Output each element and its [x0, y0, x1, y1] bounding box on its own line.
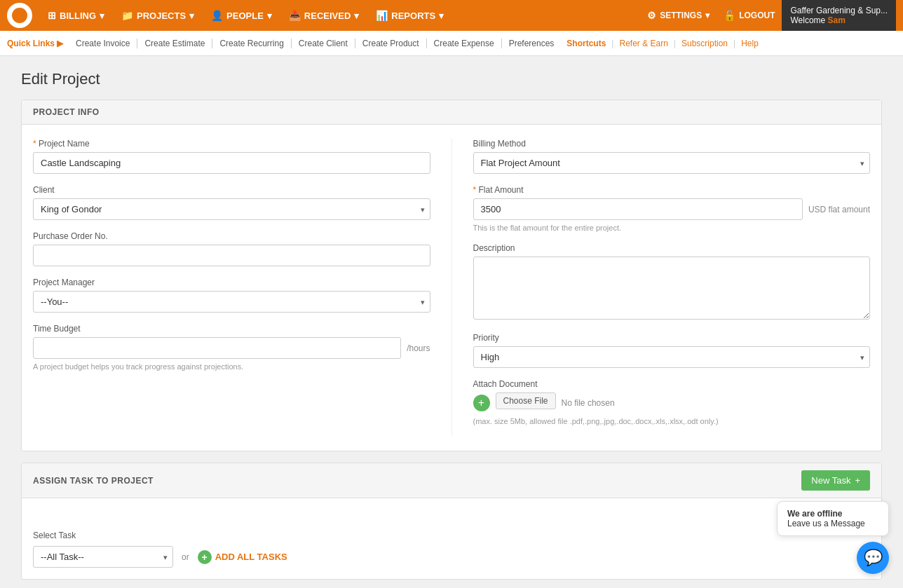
project-info-body: * Project Name Client King of Gondor ▾ P…	[22, 125, 881, 451]
assign-task-header: ASSIGN TASK TO PROJECT New Task +	[22, 463, 881, 498]
add-all-tasks-label: ADD ALL TASKS	[215, 552, 287, 562]
nav-settings-label: SETTINGS	[660, 11, 702, 20]
quick-links-bar: Quick Links ▶ Create Invoice Create Esti…	[0, 31, 903, 56]
priority-group: Priority High Medium Low ▾	[473, 333, 871, 368]
purchase-order-group: Purchase Order No.	[33, 231, 430, 266]
project-manager-label: Project Manager	[33, 278, 430, 287]
flat-amount-input[interactable]	[473, 198, 803, 220]
select-task-select[interactable]: --All Task--	[33, 546, 173, 568]
welcome-text: Welcome Sam	[790, 15, 888, 25]
ql-subscription[interactable]: Subscription	[676, 39, 733, 48]
project-name-label: * Project Name	[33, 139, 430, 149]
chat-widget: We are offline Leave us a Message 💬	[777, 501, 889, 574]
task-select-row: --All Task-- ▾ or + ADD ALL TASKS	[33, 546, 870, 568]
add-all-icon: +	[198, 550, 212, 564]
logout-icon: 🔓	[724, 10, 735, 21]
client-select[interactable]: King of Gondor	[33, 198, 430, 220]
priority-select-wrapper: High Medium Low ▾	[473, 346, 871, 368]
select-task-wrapper: --All Task-- ▾	[33, 546, 173, 568]
billing-method-select-wrapper: Flat Project Amount Hourly Per Item ▾	[473, 152, 871, 174]
flat-amount-group: * Flat Amount USD flat amount This is th…	[473, 185, 871, 232]
project-manager-select[interactable]: --You--	[33, 291, 430, 313]
choose-file-button[interactable]: Choose File	[496, 392, 556, 409]
ql-create-client[interactable]: Create Client	[292, 39, 355, 48]
ql-create-invoice[interactable]: Create Invoice	[69, 39, 137, 48]
nav-received[interactable]: 📥 RECEIVED ▾	[282, 0, 366, 31]
received-dropdown-icon: ▾	[354, 11, 359, 21]
add-document-button[interactable]: +	[473, 395, 490, 411]
company-name: Gaffer Gardening & Sup...	[790, 6, 888, 15]
main-content: Edit Project PROJECT INFO * Project Name…	[0, 56, 903, 588]
nav-billing[interactable]: ⊞ BILLING ▾	[41, 0, 111, 31]
project-manager-select-wrapper: --You-- ▾	[33, 291, 430, 313]
client-group: Client King of Gondor ▾	[33, 185, 430, 220]
top-nav: ⊞ BILLING ▾ 📁 PROJECTS ▾ 👤 PEOPLE ▾ 📥 RE…	[0, 0, 903, 31]
flat-amount-suffix: USD flat amount	[808, 205, 870, 214]
chat-bubble: We are offline Leave us a Message	[777, 501, 889, 536]
nav-right: ⚙ SETTINGS ▾ 🔓 LOGOUT Gaffer Gardening &…	[640, 0, 896, 31]
nav-settings[interactable]: ⚙ SETTINGS ▾	[640, 0, 717, 31]
billing-method-select[interactable]: Flat Project Amount Hourly Per Item	[473, 152, 871, 174]
nav-logout-label: LOGOUT	[739, 11, 775, 20]
select-task-label: Select Task --All Task-- ▾ or + ADD ALL …	[33, 531, 870, 568]
nav-projects-label: PROJECTS	[137, 11, 186, 21]
time-budget-label: Time Budget	[33, 324, 430, 334]
hours-suffix: /hours	[407, 343, 430, 353]
form-right: Billing Method Flat Project Amount Hourl…	[452, 139, 871, 437]
description-textarea[interactable]	[473, 257, 871, 320]
description-group: Description	[473, 243, 871, 322]
form-left: * Project Name Client King of Gondor ▾ P…	[33, 139, 452, 437]
assign-task-body: Select Task --All Task-- ▾ or + ADD ALL …	[22, 498, 881, 579]
nav-people[interactable]: 👤 PEOPLE ▾	[204, 0, 279, 31]
settings-icon: ⚙	[647, 10, 656, 21]
client-label: Client	[33, 185, 430, 195]
add-all-tasks-link[interactable]: + ADD ALL TASKS	[198, 550, 287, 564]
purchase-order-label: Purchase Order No.	[33, 231, 430, 241]
ql-create-product[interactable]: Create Product	[355, 39, 427, 48]
quick-links-arrow-icon: ▶	[57, 39, 63, 48]
ql-shortcuts[interactable]: Shortcuts	[561, 39, 611, 48]
flat-amount-label: * Flat Amount	[473, 185, 871, 195]
nav-people-label: PEOPLE	[226, 11, 264, 21]
people-icon: 👤	[211, 10, 223, 21]
ql-create-recurring[interactable]: Create Recurring	[212, 39, 291, 48]
assign-task-title: ASSIGN TASK TO PROJECT	[33, 476, 154, 486]
ql-refer[interactable]: Refer & Earn	[613, 39, 673, 48]
client-select-wrapper: King of Gondor ▾	[33, 198, 430, 220]
project-manager-group: Project Manager --You-- ▾	[33, 278, 430, 313]
ql-preferences[interactable]: Preferences	[502, 39, 562, 48]
nav-logout[interactable]: 🔓 LOGOUT	[717, 0, 782, 31]
username: Sam	[828, 15, 846, 25]
new-task-label: New Task	[811, 475, 850, 486]
nav-reports-label: REPORTS	[391, 11, 435, 21]
priority-select[interactable]: High Medium Low	[473, 346, 871, 368]
time-budget-input[interactable]	[33, 337, 401, 359]
no-file-text: No file chosen	[562, 398, 615, 408]
flat-amount-hint: This is the flat amount for the entire p…	[473, 224, 871, 232]
projects-icon: 📁	[121, 10, 133, 21]
time-budget-input-wrap: /hours	[33, 337, 430, 359]
settings-dropdown-icon: ▾	[705, 11, 710, 20]
nav-received-label: RECEIVED	[304, 11, 351, 21]
ql-create-estimate[interactable]: Create Estimate	[137, 39, 212, 48]
new-task-button[interactable]: New Task +	[801, 470, 870, 491]
projects-dropdown-icon: ▾	[189, 11, 194, 21]
chat-icon: 💬	[864, 549, 883, 567]
description-label: Description	[473, 243, 871, 253]
nav-projects[interactable]: 📁 PROJECTS ▾	[114, 0, 201, 31]
purchase-order-input[interactable]	[33, 245, 430, 266]
ql-help[interactable]: Help	[735, 39, 764, 48]
chat-message: Leave us a Message	[787, 519, 878, 528]
nav-reports[interactable]: 📊 REPORTS ▾	[369, 0, 451, 31]
ql-create-expense[interactable]: Create Expense	[427, 39, 502, 48]
priority-label: Priority	[473, 333, 871, 343]
project-info-panel: PROJECT INFO * Project Name Client King …	[21, 100, 882, 451]
nav-billing-label: BILLING	[60, 11, 96, 21]
attach-document-label: Attach Document	[473, 379, 871, 389]
billing-icon: ⊞	[48, 10, 56, 21]
attach-document-group: Attach Document + Choose File No file ch…	[473, 379, 871, 425]
chat-button[interactable]: 💬	[857, 542, 889, 574]
billing-method-label: Billing Method	[473, 139, 871, 149]
reports-dropdown-icon: ▾	[439, 11, 444, 21]
project-name-input[interactable]	[33, 152, 430, 174]
